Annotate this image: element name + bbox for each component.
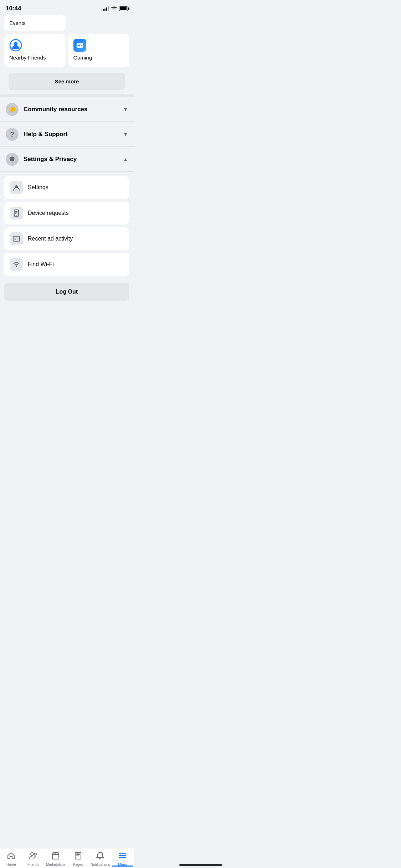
- device-requests-icon: [10, 207, 23, 219]
- gaming-label: Gaming: [73, 55, 125, 61]
- shortcut-grid: Events Nearby Friends: [0, 15, 134, 67]
- events-card[interactable]: Events: [4, 15, 66, 31]
- find-wifi-label: Find Wi-Fi: [28, 261, 54, 268]
- help-support-chevron: ▼: [123, 131, 128, 137]
- svg-point-17: [16, 265, 17, 267]
- nearby-friends-card[interactable]: Nearby Friends: [4, 34, 66, 67]
- find-wifi-icon: [10, 258, 23, 271]
- community-resources-section: 🤝 Community resources ▼: [0, 97, 134, 122]
- signal-icon: [103, 6, 109, 11]
- help-support-section: ? Help & Support ▼: [0, 122, 134, 147]
- settings-privacy-title: Settings & Privacy: [24, 156, 123, 163]
- settings-items-list: Settings Device requests: [0, 172, 134, 280]
- logout-button[interactable]: Log Out: [4, 283, 129, 301]
- help-support-icon: ?: [6, 128, 19, 141]
- nearby-friends-label: Nearby Friends: [9, 55, 61, 61]
- svg-point-6: [81, 45, 82, 46]
- help-support-title: Help & Support: [24, 131, 123, 138]
- status-time: 10:44: [6, 5, 21, 12]
- settings-item-recent-ad[interactable]: Recent ad activity: [4, 227, 129, 250]
- settings-item-device-requests[interactable]: Device requests: [4, 202, 129, 224]
- settings-item-settings[interactable]: Settings: [4, 176, 129, 199]
- community-resources-title: Community resources: [24, 106, 123, 113]
- gaming-card[interactable]: Gaming: [68, 34, 130, 67]
- settings-privacy-chevron: ▲: [123, 156, 128, 162]
- wifi-icon: [111, 6, 117, 12]
- events-label: Events: [9, 20, 61, 26]
- status-icons: [103, 6, 128, 12]
- nearby-friends-icon: [9, 39, 22, 52]
- svg-point-5: [80, 45, 81, 45]
- svg-point-13: [16, 215, 17, 216]
- settings-privacy-section: Settings & Privacy ▲ Settings: [0, 147, 134, 280]
- settings-privacy-icon: [6, 153, 19, 166]
- settings-item-find-wifi[interactable]: Find Wi-Fi: [4, 253, 129, 276]
- recent-ad-label: Recent ad activity: [28, 236, 73, 242]
- status-bar: 10:44: [0, 0, 134, 15]
- logout-section: Log Out: [0, 280, 134, 306]
- see-more-button[interactable]: See more: [9, 73, 125, 90]
- help-support-header[interactable]: ? Help & Support ▼: [0, 122, 134, 147]
- community-resources-icon: 🤝: [6, 103, 19, 116]
- settings-label: Settings: [28, 184, 48, 191]
- settings-privacy-header[interactable]: Settings & Privacy ▲: [0, 147, 134, 172]
- settings-item-settings-icon: [10, 181, 23, 194]
- community-resources-chevron: ▼: [123, 107, 128, 112]
- svg-rect-14: [13, 236, 20, 241]
- community-resources-header[interactable]: 🤝 Community resources ▼: [0, 97, 134, 122]
- section-divider: [0, 94, 134, 97]
- recent-ad-icon: [10, 232, 23, 245]
- battery-icon: [119, 6, 128, 11]
- gaming-icon: [73, 39, 86, 52]
- device-requests-label: Device requests: [28, 210, 69, 216]
